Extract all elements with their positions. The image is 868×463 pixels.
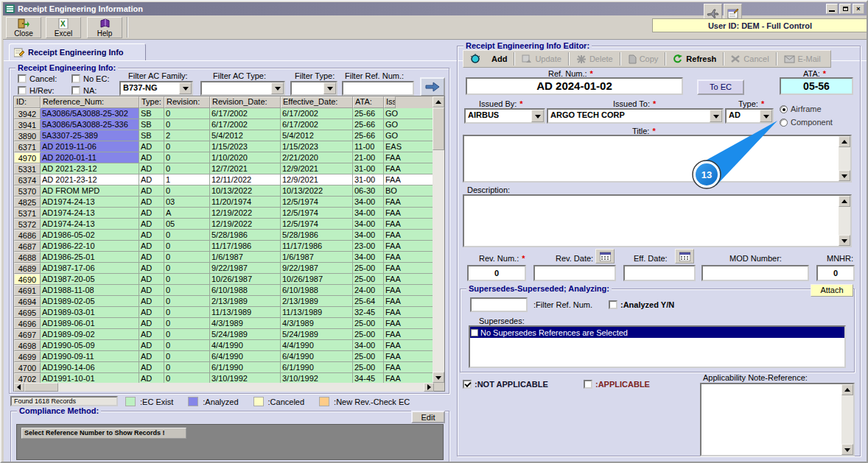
- cell-type[interactable]: AD: [139, 208, 164, 219]
- scroll-down-icon[interactable]: [433, 372, 444, 383]
- not-applicable-checkbox[interactable]: :NOT APPLICABLE: [463, 380, 548, 389]
- tab-receipt-engineering-info[interactable]: Receipt Engineering Info: [9, 43, 146, 60]
- list-item-checkbox[interactable]: [471, 329, 478, 336]
- cell-ata[interactable]: 25-00: [353, 263, 384, 274]
- cell-iss[interactable]: FAA: [384, 208, 434, 219]
- cell-rev_date[interactable]: 5/28/1986: [210, 230, 281, 241]
- cell-ref[interactable]: AD1989-06-01: [41, 318, 139, 329]
- cell-rev[interactable]: 0: [164, 351, 210, 362]
- cell-iss[interactable]: FAA: [384, 252, 434, 263]
- cell-ata[interactable]: 25-00: [353, 362, 384, 373]
- cell-ref[interactable]: AD 2020-01-11: [41, 152, 139, 163]
- cell-rev[interactable]: 0: [164, 119, 210, 130]
- table-row[interactable]: 39415A3086/5A3088-25-336SB06/17/20026/17…: [14, 119, 434, 130]
- minimize-button[interactable]: [826, 4, 838, 14]
- cell-rev_date[interactable]: 4/4/1990: [210, 340, 281, 351]
- cell-iss[interactable]: FAA: [384, 285, 434, 296]
- cell-rev[interactable]: 03: [164, 197, 210, 208]
- cell-iss[interactable]: GO: [384, 130, 434, 141]
- add-button[interactable]: Add: [486, 52, 512, 66]
- cell-ata[interactable]: 34-00: [353, 252, 384, 263]
- cell-rev_date[interactable]: 12/11/2022: [210, 174, 281, 185]
- cell-rev_date[interactable]: 11/13/1989: [210, 307, 281, 318]
- cell-type[interactable]: AD: [139, 241, 164, 252]
- col-header-type[interactable]: Type:: [139, 96, 164, 108]
- cell-eff_date[interactable]: 10/26/1987: [281, 274, 353, 285]
- cell-id[interactable]: 4690: [14, 274, 41, 285]
- cell-iss[interactable]: BO: [384, 185, 434, 197]
- col-header-revision-date[interactable]: Revision_Date:: [210, 96, 281, 108]
- cell-type[interactable]: AD: [139, 340, 164, 351]
- no-ec-checkbox-box[interactable]: [71, 74, 80, 83]
- cell-id[interactable]: 4696: [14, 318, 41, 329]
- table-row[interactable]: 4698AD1990-05-09AD04/4/19904/4/199034-00…: [14, 340, 434, 351]
- cell-type[interactable]: AD: [139, 274, 164, 285]
- cell-rev_date[interactable]: 11/20/1974: [210, 197, 281, 208]
- cell-rev_date[interactable]: 12/19/2022: [210, 219, 281, 230]
- component-radio-button[interactable]: [780, 119, 788, 127]
- cell-id[interactable]: 4694: [14, 296, 41, 307]
- table-row[interactable]: 4695AD1989-03-01AD011/13/198911/13/19893…: [14, 307, 434, 318]
- cell-type[interactable]: AD: [139, 329, 164, 340]
- eff-date-calendar-button[interactable]: [675, 249, 694, 264]
- cell-iss[interactable]: FAA: [384, 163, 434, 174]
- compliance-edit-button[interactable]: Edit: [411, 411, 445, 423]
- cell-ref[interactable]: AD1990-09-11: [41, 351, 139, 362]
- excel-button[interactable]: X Excel: [46, 17, 81, 38]
- cell-rev[interactable]: 0: [164, 263, 210, 274]
- title-scrollbar[interactable]: [839, 136, 850, 181]
- cell-ata[interactable]: 34-00: [353, 219, 384, 230]
- cell-eff_date[interactable]: 5/4/2012: [281, 130, 353, 141]
- table-row[interactable]: 4699AD1990-09-11AD06/4/19906/4/199025-00…: [14, 351, 434, 362]
- cell-ata[interactable]: 25-00: [353, 274, 384, 285]
- cell-iss[interactable]: FAA: [384, 230, 434, 241]
- new-record-button[interactable]: [465, 52, 486, 66]
- table-row[interactable]: 5371AD1974-24-13ADA12/19/202212/5/197434…: [14, 208, 434, 219]
- cell-ref[interactable]: AD FROM MPD: [41, 185, 139, 197]
- table-row[interactable]: 4825AD1974-24-13AD0311/20/197412/5/19743…: [14, 197, 434, 208]
- cell-ata[interactable]: 25-00: [353, 318, 384, 329]
- col-header-reference-num[interactable]: Reference_Num:: [41, 96, 139, 108]
- cell-ref[interactable]: AD 2019-11-06: [41, 141, 139, 152]
- cell-eff_date[interactable]: 12/5/1974: [281, 219, 353, 230]
- cell-ata[interactable]: 34-00: [353, 197, 384, 208]
- cell-rev_date[interactable]: 10/26/1987: [210, 274, 281, 285]
- cell-type[interactable]: SB: [139, 108, 164, 119]
- description-scrollbar[interactable]: [839, 196, 850, 246]
- ata-input[interactable]: 05-56: [780, 77, 853, 95]
- cell-type[interactable]: AD: [139, 318, 164, 329]
- cell-ata[interactable]: 34-45: [353, 373, 384, 383]
- cell-iss[interactable]: FAA: [384, 362, 434, 373]
- cell-iss[interactable]: FAA: [384, 340, 434, 351]
- rev-num-input[interactable]: 0: [467, 265, 526, 281]
- cell-type[interactable]: AD: [139, 141, 164, 152]
- table-row[interactable]: 38905A3307-25-389SB25/4/20125/4/201225-6…: [14, 130, 434, 141]
- cell-ref[interactable]: AD1991-10-01: [41, 373, 139, 383]
- cell-rev_date[interactable]: 5/24/1989: [210, 329, 281, 340]
- cell-rev[interactable]: 0: [164, 307, 210, 318]
- cell-rev[interactable]: 0: [164, 163, 210, 174]
- table-row[interactable]: 4700AD1990-14-06AD06/1/19906/1/199025-00…: [14, 362, 434, 373]
- cell-ref[interactable]: AD1987-17-06: [41, 263, 139, 274]
- cell-ref[interactable]: AD1974-24-13: [41, 197, 139, 208]
- applicable-checkbox-box[interactable]: [584, 380, 592, 389]
- scroll-down-icon[interactable]: [841, 444, 853, 455]
- cell-ref[interactable]: AD1986-22-10: [41, 241, 139, 252]
- cell-rev_date[interactable]: 3/10/1992: [210, 373, 281, 383]
- to-ec-button[interactable]: To EC: [697, 79, 744, 95]
- cell-id[interactable]: 3942: [14, 108, 41, 119]
- cell-eff_date[interactable]: 3/10/1992: [281, 373, 353, 383]
- cell-rev_date[interactable]: 9/22/1987: [210, 263, 281, 274]
- scroll-right-icon[interactable]: [424, 383, 434, 392]
- table-row[interactable]: 4696AD1989-06-01AD04/3/19894/3/198925-00…: [14, 318, 434, 329]
- rev-date-input[interactable]: [533, 265, 616, 281]
- cell-ata[interactable]: 32-45: [353, 307, 384, 318]
- h-rev-filter-checkbox[interactable]: H/Rev:: [18, 86, 55, 95]
- cell-eff_date[interactable]: 12/9/2021: [281, 174, 353, 185]
- cell-eff_date[interactable]: 6/4/1990: [281, 351, 353, 362]
- table-row[interactable]: 6374AD 2021-23-12AD112/11/202212/9/20213…: [14, 174, 434, 185]
- cell-id[interactable]: 6371: [14, 141, 41, 152]
- email-button[interactable]: E-Mail: [779, 52, 826, 66]
- cell-id[interactable]: 4698: [14, 340, 41, 351]
- cell-rev[interactable]: 05: [164, 219, 210, 230]
